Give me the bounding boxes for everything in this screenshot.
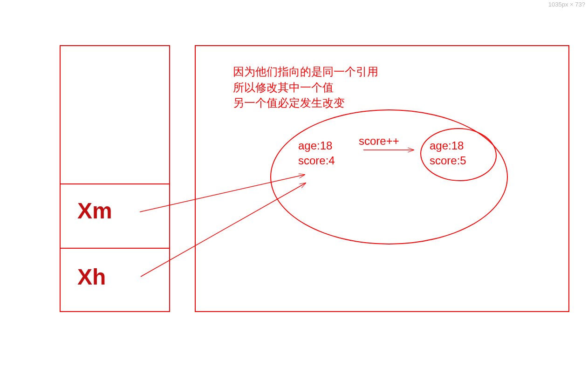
heap-memory-box: 因为他们指向的是同一个引用 所以修改其中一个值 另一个值必定发生改变 age:1… <box>195 45 569 312</box>
object-state-before: age:18 score:4 <box>298 138 335 169</box>
explanation-line: 所以修改其中一个值 <box>233 80 378 95</box>
explanation-text: 因为他们指向的是同一个引用 所以修改其中一个值 另一个值必定发生改变 <box>233 64 378 111</box>
stack-memory-box: Xm Xh <box>60 45 170 312</box>
stack-divider <box>61 183 169 184</box>
dimension-label: 1035px × 73? <box>548 1 585 8</box>
operation-label: score++ <box>359 135 399 148</box>
object-age-label: age:18 <box>430 138 466 153</box>
stack-variable-xm: Xm <box>77 200 112 222</box>
object-age-label: age:18 <box>298 138 335 153</box>
object-score-label: score:4 <box>298 153 335 168</box>
stack-divider <box>61 248 169 249</box>
stack-variable-xh: Xh <box>77 266 106 288</box>
object-score-label: score:5 <box>430 153 466 168</box>
explanation-line: 因为他们指向的是同一个引用 <box>233 64 378 80</box>
explanation-line: 另一个值必定发生改变 <box>233 95 378 111</box>
object-state-after: age:18 score:5 <box>430 138 466 169</box>
